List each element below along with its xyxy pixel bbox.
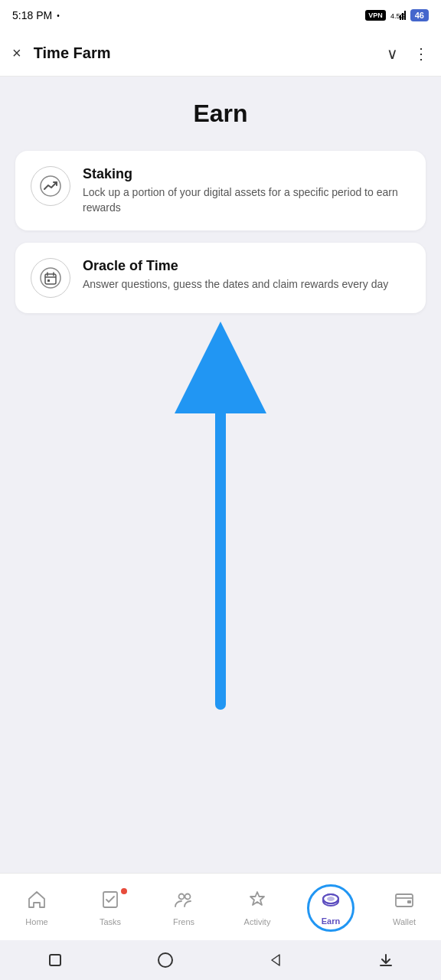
svg-point-23 xyxy=(158,953,172,967)
frens-icon xyxy=(174,890,194,914)
oracle-icon-wrapper xyxy=(31,258,70,298)
bottom-nav: Home Tasks Frens Activity xyxy=(0,873,441,940)
staking-title: Staking xyxy=(83,166,410,182)
svg-marker-12 xyxy=(175,322,266,413)
svg-rect-1 xyxy=(400,15,401,20)
oracle-card-text: Oracle of Time Answer questions, guess t… xyxy=(83,258,410,292)
status-bar: 5:18 PM • VPN 4.5G 46 xyxy=(0,0,441,31)
vpn-badge: VPN xyxy=(365,10,386,21)
svg-rect-3 xyxy=(404,11,406,20)
close-icon[interactable]: × xyxy=(12,44,21,62)
oracle-title: Oracle of Time xyxy=(83,258,410,274)
tasks-badge xyxy=(121,888,127,894)
home-icon xyxy=(27,890,47,914)
oracle-description: Answer questions, guess the dates and cl… xyxy=(83,277,410,292)
recents-button[interactable] xyxy=(43,948,67,972)
app-header: × Time Farm ∨ ⋮ xyxy=(0,31,441,77)
staking-card-text: Staking Lock up a portion of your digita… xyxy=(83,166,410,215)
nav-item-tasks[interactable]: Tasks xyxy=(86,890,135,926)
home-button[interactable] xyxy=(153,948,178,972)
status-right: VPN 4.5G 46 xyxy=(365,9,429,22)
svg-point-5 xyxy=(41,268,60,288)
page-title: Earn xyxy=(15,100,426,128)
status-left: 5:18 PM • xyxy=(12,9,60,21)
frens-label: Frens xyxy=(173,917,194,926)
calendar-icon xyxy=(40,267,61,289)
battery-display: 46 xyxy=(410,9,429,21)
svg-point-15 xyxy=(185,893,191,899)
system-nav-bar xyxy=(0,940,441,980)
svg-point-19 xyxy=(327,897,335,901)
header-right: ∨ ⋮ xyxy=(387,44,429,63)
nav-item-activity[interactable]: Activity xyxy=(233,890,282,926)
header-title: Time Farm xyxy=(34,44,111,62)
arrow-overlay xyxy=(152,306,289,735)
wallet-icon xyxy=(394,890,414,914)
svg-marker-24 xyxy=(272,955,279,965)
tasks-icon xyxy=(100,890,120,914)
staking-icon-wrapper xyxy=(31,166,70,206)
more-options-icon[interactable]: ⋮ xyxy=(413,44,429,63)
oracle-card[interactable]: Oracle of Time Answer questions, guess t… xyxy=(15,243,426,313)
svg-rect-6 xyxy=(45,274,56,284)
trending-up-icon xyxy=(40,175,61,197)
chevron-down-icon[interactable]: ∨ xyxy=(387,44,398,63)
main-content: Earn Staking Lock up a portion of your d… xyxy=(0,77,441,873)
svg-rect-22 xyxy=(50,955,60,965)
download-icon[interactable] xyxy=(374,948,398,972)
staking-description: Lock up a portion of your digital assets… xyxy=(83,185,410,215)
dot-icon: • xyxy=(57,11,60,20)
earn-icon xyxy=(320,890,341,916)
svg-rect-10 xyxy=(47,279,50,282)
svg-rect-2 xyxy=(402,13,403,20)
nav-item-home[interactable]: Home xyxy=(12,890,61,926)
svg-point-14 xyxy=(179,893,185,899)
tasks-label: Tasks xyxy=(100,917,121,926)
activity-icon xyxy=(247,890,267,914)
staking-card[interactable]: Staking Lock up a portion of your digita… xyxy=(15,151,426,230)
svg-rect-21 xyxy=(407,900,411,903)
activity-label: Activity xyxy=(244,917,271,926)
signal-indicator: 4.5G xyxy=(390,9,406,22)
nav-item-wallet[interactable]: Wallet xyxy=(380,890,429,926)
wallet-label: Wallet xyxy=(393,917,416,926)
header-left: × Time Farm xyxy=(12,44,110,62)
earn-label: Earn xyxy=(322,916,340,926)
earn-active-circle: Earn xyxy=(307,884,354,932)
home-label: Home xyxy=(25,917,47,926)
nav-item-frens[interactable]: Frens xyxy=(159,890,208,926)
nav-item-earn[interactable]: Earn xyxy=(306,884,355,932)
back-button[interactable] xyxy=(263,948,288,972)
time-display: 5:18 PM xyxy=(12,9,52,21)
